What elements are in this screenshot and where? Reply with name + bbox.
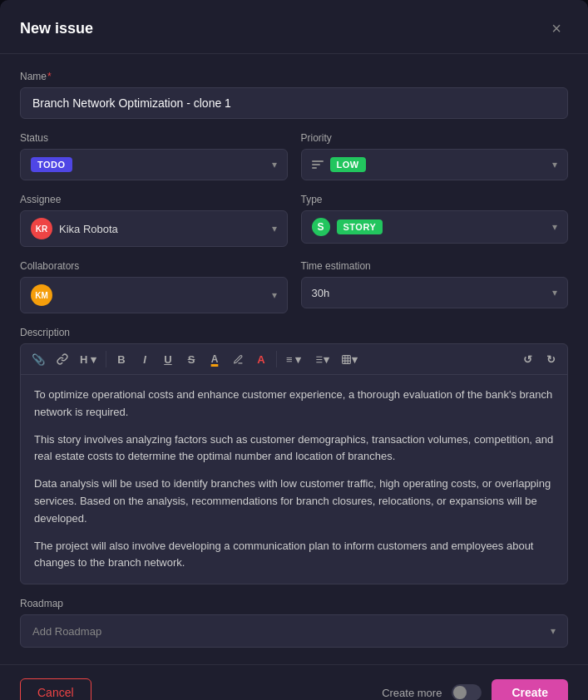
modal-header: New issue × — [0, 0, 588, 54]
time-estimation-field: Time estimation 30h ▾ — [301, 260, 569, 313]
type-symbol: S — [312, 218, 330, 236]
time-estimation-select[interactable]: 30h ▾ — [301, 277, 569, 308]
collaborators-field: Collaborators KM ▾ — [20, 260, 288, 313]
description-content[interactable]: To optimize operational costs and enhanc… — [21, 375, 567, 584]
priority-select[interactable]: LOW ▾ — [301, 149, 569, 180]
assignee-field: Assignee KR Kika Robota ▾ — [20, 194, 288, 247]
roadmap-field: Roadmap Add Roadmap ▾ — [20, 598, 568, 648]
type-chevron: ▾ — [552, 221, 557, 233]
modal-body: Name Status TODO ▾ Priority — [0, 54, 588, 664]
roadmap-select[interactable]: Add Roadmap ▾ — [20, 614, 568, 648]
assignee-select[interactable]: KR Kika Robota ▾ — [20, 210, 288, 247]
avatar-kr: KR — [31, 218, 52, 239]
avatar-km: KM — [31, 284, 52, 306]
status-chevron: ▾ — [272, 159, 277, 170]
type-select[interactable]: S STORY ▾ — [301, 210, 569, 244]
assignee-inner: KR Kika Robota — [31, 218, 118, 239]
toolbar-divider-2 — [276, 351, 277, 367]
close-button[interactable]: × — [545, 17, 568, 40]
time-estimation-chevron: ▾ — [552, 287, 557, 298]
type-inner: S STORY — [312, 218, 383, 236]
status-inner: TODO — [31, 157, 72, 172]
text-color-button[interactable]: A — [251, 349, 271, 369]
bold-button[interactable]: B — [111, 349, 131, 369]
list-button[interactable]: ▾ — [309, 349, 334, 369]
collaborators-select[interactable]: KM ▾ — [20, 277, 288, 313]
pen-button[interactable] — [228, 349, 248, 369]
undo-button[interactable]: ↺ — [517, 349, 537, 369]
type-field: Type S STORY ▾ — [301, 194, 569, 247]
svg-rect-6 — [343, 355, 351, 363]
create-more-toggle[interactable] — [452, 684, 482, 700]
create-button[interactable]: Create — [492, 679, 568, 700]
priority-label: Priority — [301, 132, 569, 144]
assignee-type-row: Assignee KR Kika Robota ▾ Type S — [20, 194, 568, 247]
toolbar-divider-1 — [106, 351, 106, 367]
description-label: Description — [20, 327, 568, 338]
roadmap-label: Roadmap — [20, 598, 568, 609]
assignee-label: Assignee — [20, 194, 288, 205]
status-priority-row: Status TODO ▾ Priority — [20, 132, 568, 180]
new-issue-modal: New issue × Name Status TODO ▾ — [0, 0, 588, 700]
cancel-button[interactable]: Cancel — [20, 678, 91, 700]
priority-chevron: ▾ — [552, 159, 557, 170]
table-button[interactable]: ▾ — [337, 349, 362, 369]
type-badge: STORY — [337, 219, 383, 234]
type-label: Type — [301, 194, 569, 205]
collaborators-inner: KM — [31, 284, 52, 306]
assignee-name: Kika Robota — [59, 223, 118, 235]
highlight-button[interactable]: A — [205, 349, 225, 369]
description-field: Description 📎 H ▾ B — [20, 327, 568, 598]
collaborators-time-row: Collaborators KM ▾ Time estimation 30h — [20, 260, 568, 313]
description-p4: The project will also involve developing… — [34, 538, 554, 573]
collaborators-chevron: ▾ — [272, 289, 277, 301]
time-estimation-inner: 30h — [312, 287, 330, 299]
description-p3: Data analysis will be used to identify b… — [34, 476, 554, 527]
name-label: Name — [20, 71, 568, 82]
toggle-knob — [453, 686, 467, 699]
modal-overlay: New issue × Name Status TODO ▾ — [0, 0, 588, 700]
time-estimation-value: 30h — [312, 287, 330, 299]
collaborators-label: Collaborators — [20, 260, 288, 272]
time-estimation-label: Time estimation — [301, 260, 569, 272]
modal-title: New issue — [20, 20, 93, 37]
priority-badge: LOW — [330, 157, 366, 172]
editor-toolbar: 📎 H ▾ B I U S — [21, 344, 567, 375]
description-p2: This story involves analyzing factors su… — [34, 431, 554, 466]
redo-button[interactable]: ↻ — [541, 349, 561, 369]
name-input[interactable] — [20, 87, 568, 119]
priority-field: Priority LOW ▾ — [301, 132, 569, 180]
priority-icon — [312, 160, 324, 169]
heading-button[interactable]: H ▾ — [76, 349, 101, 369]
status-select[interactable]: TODO ▾ — [20, 149, 288, 180]
description-p1: To optimize operational costs and enhanc… — [34, 387, 554, 421]
create-more-label: Create more — [382, 687, 442, 699]
name-field: Name — [20, 71, 568, 132]
attachment-button[interactable]: 📎 — [27, 349, 49, 369]
align-button[interactable]: ≡ ▾ — [282, 349, 305, 369]
italic-button[interactable]: I — [135, 349, 155, 369]
status-field: Status TODO ▾ — [20, 132, 288, 180]
assignee-chevron: ▾ — [272, 223, 277, 234]
status-badge: TODO — [31, 157, 72, 172]
priority-inner: LOW — [312, 157, 366, 172]
roadmap-chevron: ▾ — [551, 625, 556, 637]
status-label: Status — [20, 132, 288, 144]
strikethrough-button[interactable]: S — [181, 349, 201, 369]
modal-footer: Cancel Create more Create — [0, 664, 588, 700]
roadmap-placeholder: Add Roadmap — [32, 625, 101, 638]
underline-button[interactable]: U — [158, 349, 178, 369]
description-editor: 📎 H ▾ B I U S — [20, 343, 568, 584]
link-button[interactable] — [52, 349, 72, 369]
footer-right: Create more Create — [382, 679, 568, 700]
